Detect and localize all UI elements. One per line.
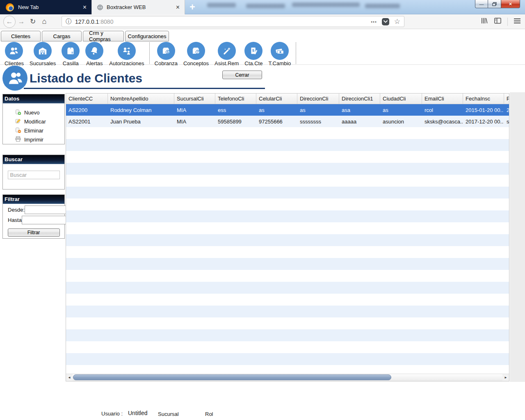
tab-crm-y-compras[interactable]: Crm y Compras — [83, 31, 124, 41]
app-toolbar: Clientes Sucursales — [0, 42, 525, 65]
clients-table: ClienteCC NombreApellido SucursalCli Tel… — [66, 93, 509, 381]
toolbar-separator — [296, 42, 296, 64]
column-header[interactable]: DireccionCli — [297, 94, 339, 104]
sidebar-toggle-icon[interactable] — [494, 17, 502, 26]
column-header[interactable]: EmailCli — [422, 94, 463, 104]
browser-tab-newtab[interactable]: New Tab × — [0, 0, 91, 14]
menu-hamburger-icon[interactable] — [514, 18, 521, 26]
horizontal-scrollbar[interactable]: ◄ ► — [66, 374, 509, 381]
column-header[interactable]: P — [504, 94, 509, 104]
home-button[interactable]: ⌂ — [39, 16, 50, 27]
desde-label: Desde: — [8, 207, 25, 213]
column-header[interactable]: CiudadCli — [380, 94, 422, 104]
toolbar-conceptos[interactable]: ? Conceptos — [180, 42, 212, 66]
cerrar-button[interactable]: Cerrar — [222, 71, 262, 79]
restore-button[interactable] — [488, 0, 501, 8]
cell: AS22001 — [66, 119, 108, 125]
column-header[interactable]: SucursalCli — [174, 94, 215, 104]
toolbar-casilla[interactable]: Casilla — [59, 42, 82, 66]
cell: aaaaa — [339, 119, 380, 125]
tab-configuraciones[interactable]: Configuraciones — [125, 31, 169, 41]
close-tab-icon[interactable]: × — [176, 4, 180, 11]
scroll-left-icon[interactable]: ◄ — [66, 374, 73, 381]
hasta-label: Hasta — [8, 217, 22, 223]
close-window-button[interactable]: × — [501, 0, 520, 8]
buscar-panel: Buscar — [2, 155, 65, 189]
toolbar-label: Conceptos — [183, 60, 209, 66]
table-row[interactable]: AS2200 Roddney Colman MIA ess as as asa … — [66, 104, 509, 116]
url-bar[interactable]: ⓘ 127.0.0.1 :8080 ••• ☆ — [62, 16, 404, 27]
redacted-window-title — [292, 2, 360, 7]
cell: as — [380, 107, 422, 113]
toolbar-label: Autorizaciones — [109, 60, 144, 66]
table-row[interactable]: AS22001 Juan Prueba MIA 59585899 9725566… — [66, 116, 509, 127]
toolbar-clientes[interactable]: Clientes — [2, 42, 27, 66]
cell: MIA — [174, 119, 215, 125]
column-header[interactable]: ClienteCC — [66, 94, 108, 104]
column-header[interactable]: CelularCli — [256, 94, 297, 104]
action-eliminar[interactable]: Eliminar — [15, 126, 64, 135]
action-imprimir[interactable]: Imprimir — [15, 135, 64, 144]
filtrar-panel: Filtrar Desde: Hasta Filtrar — [2, 194, 65, 239]
browser-tab-boxtracker[interactable]: Boxtracker WEB × — [91, 0, 185, 14]
box-question-icon: ? — [187, 42, 205, 60]
navbar-right-icons — [480, 17, 521, 26]
cell: AS2200 — [66, 107, 108, 113]
navbar-divider — [507, 18, 508, 26]
cell: 97255666 — [256, 119, 297, 125]
scrollbar-thumb[interactable] — [73, 374, 391, 380]
redacted-window-title — [246, 4, 285, 8]
column-header[interactable]: NombreApellido — [108, 94, 174, 104]
table-header-row: ClienteCC NombreApellido SucursalCli Tel… — [66, 94, 509, 104]
action-nuevo[interactable]: Nuevo — [15, 108, 64, 117]
toolbar-autorizaciones[interactable]: Autorizaciones — [106, 42, 147, 66]
clients-icon — [5, 42, 23, 60]
datos-panel: Datos Nuevo M — [2, 94, 65, 144]
tab-cargas[interactable]: Cargas — [42, 31, 82, 41]
cell: s. — [504, 119, 509, 125]
toolbar-cobranza[interactable]: $ Cobranza — [152, 42, 180, 66]
toolbar-sucursales[interactable]: Sucursales — [27, 42, 59, 66]
title-underline — [24, 88, 265, 89]
cell: asuncion — [380, 119, 422, 125]
cell: 2 — [504, 107, 509, 113]
reload-button[interactable]: ↻ — [27, 16, 39, 27]
minimize-button[interactable]: — — [475, 0, 488, 8]
bookmark-star-icon[interactable]: ☆ — [394, 17, 400, 26]
warehouse-icon — [34, 42, 52, 60]
action-label: Modificar — [24, 119, 46, 125]
close-tab-icon[interactable]: × — [83, 4, 87, 11]
delete-record-icon — [15, 127, 21, 135]
url-port: :8080 — [99, 18, 113, 25]
url-host: 127.0.0.1 — [75, 18, 99, 25]
toolbar-cta-cte[interactable]: $ Cta.Cte — [242, 42, 265, 66]
column-header[interactable]: DireccionCli1 — [339, 94, 380, 104]
cell: as — [256, 107, 297, 113]
new-tab-button[interactable]: + — [185, 0, 199, 14]
browser-tab-title: Boxtracker WEB — [107, 4, 146, 10]
back-button[interactable]: ← — [3, 16, 16, 28]
toolbar-alertas[interactable]: Alertas — [82, 42, 106, 66]
screen: New Tab × Boxtracker WEB × + — — [0, 0, 525, 420]
cell: 2017-12-20 00... — [463, 119, 504, 125]
library-icon[interactable] — [480, 17, 488, 26]
sucursal-label: Sucursal — [158, 411, 179, 417]
toolbar-t-cambio[interactable]: T.Cambio — [265, 42, 294, 66]
site-info-icon[interactable]: ⓘ — [66, 18, 71, 25]
window-controls: — × — [475, 0, 520, 8]
scrollbar-track[interactable] — [73, 374, 502, 381]
scroll-right-icon[interactable]: ► — [502, 374, 509, 381]
filtrar-panel-title: Filtrar — [3, 195, 64, 204]
search-input[interactable] — [8, 171, 60, 179]
pocket-icon[interactable] — [382, 18, 389, 25]
filtrar-button[interactable]: Filtrar — [8, 228, 60, 237]
toolbar-asist-rem[interactable]: Asist.Rem — [212, 42, 242, 66]
forward-button[interactable]: → — [16, 16, 27, 27]
column-header[interactable]: TelefonoCli — [215, 94, 256, 104]
action-modificar[interactable]: Modificar — [15, 117, 64, 126]
tab-clientes[interactable]: Clientes — [1, 31, 41, 41]
page-actions-icon[interactable]: ••• — [371, 19, 377, 24]
column-header[interactable]: FechaInsc — [463, 94, 504, 104]
svg-text:?: ? — [196, 50, 199, 54]
cell: Juan Prueba — [108, 119, 174, 125]
